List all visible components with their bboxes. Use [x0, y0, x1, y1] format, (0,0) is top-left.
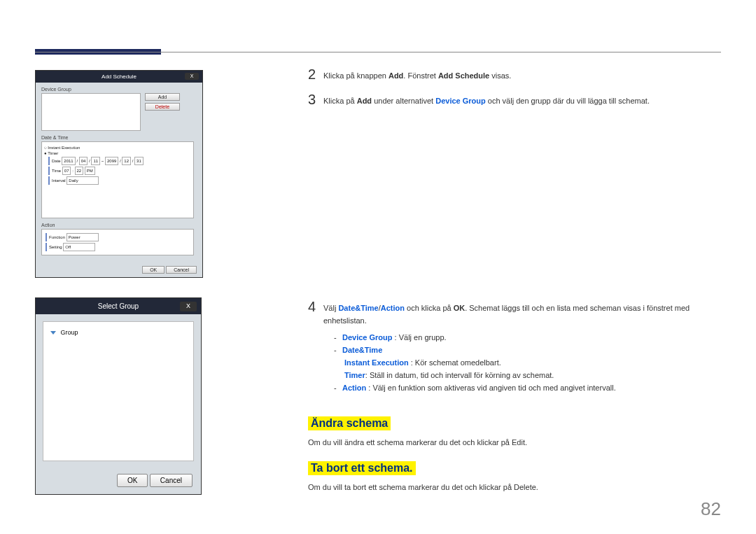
time-field[interactable]: 22	[75, 167, 84, 175]
function-select[interactable]: Power	[66, 233, 99, 241]
date-field[interactable]: 2099	[105, 157, 118, 165]
date-field[interactable]: 12	[122, 157, 131, 165]
header-rule	[35, 52, 721, 52]
step-3: 3 Klicka på Add under alternativet Devic…	[308, 92, 718, 107]
action-label: Action	[41, 223, 197, 227]
heading-edit-schema: Ändra schema	[308, 416, 391, 430]
cancel-button[interactable]: Cancel	[166, 266, 197, 274]
step-2: 2 Klicka på knappen Add. Fönstret Add Sc…	[308, 66, 718, 82]
step-text: Välj Date&Time/Action och klicka på OK. …	[323, 299, 718, 394]
select-group-dialog: Select Group X Group OK Cancel	[35, 297, 202, 495]
step-text: Klicka på knappen Add. Fönstret Add Sche…	[323, 66, 511, 82]
page-number: 82	[701, 498, 721, 520]
dialog-title: Select Group	[98, 302, 139, 310]
date-field[interactable]: 31	[134, 157, 144, 165]
group-item[interactable]: Group	[50, 329, 186, 336]
datetime-panel: ○ Instant Execution ● Timer Date 2011 / …	[41, 141, 194, 218]
ampm-field[interactable]: PM	[85, 167, 95, 175]
heading-delete-schema: Ta bort ett schema.	[308, 461, 416, 475]
dialog-title-bar: Add Schedule X	[36, 71, 202, 83]
ok-button[interactable]: OK	[142, 266, 164, 274]
cancel-button[interactable]: Cancel	[150, 474, 192, 487]
setting-select[interactable]: Off	[63, 243, 95, 251]
delete-button[interactable]: Delete	[145, 103, 180, 111]
action-panel: Function Power Setting Off	[41, 229, 194, 255]
dialog-title: Add Schedule	[102, 73, 136, 80]
interval-select[interactable]: Daily	[66, 176, 99, 185]
close-button[interactable]: X	[180, 302, 197, 311]
step-number: 4	[308, 299, 323, 314]
step-number: 3	[308, 92, 323, 107]
date-field[interactable]: 11	[91, 157, 100, 165]
close-button[interactable]: X	[185, 73, 199, 80]
paragraph: Om du vill ändra ett schema markerar du …	[308, 436, 718, 449]
add-button[interactable]: Add	[145, 93, 180, 101]
group-list[interactable]: Group	[43, 321, 194, 461]
time-field[interactable]: 07	[62, 167, 71, 175]
step-4: 4 Välj Date&Time/Action och klicka på OK…	[308, 299, 718, 394]
device-group-label: Device Group	[41, 87, 197, 92]
expand-icon[interactable]	[50, 331, 56, 335]
right-column: 2 Klicka på knappen Add. Fönstret Add Sc…	[308, 66, 718, 493]
dialog-title-bar: Select Group X	[36, 298, 201, 314]
datetime-label: Date & Time	[41, 135, 197, 140]
ok-button[interactable]: OK	[117, 474, 148, 487]
step-text: Klicka på Add under alternativet Device …	[323, 92, 650, 107]
device-group-list[interactable]	[41, 93, 141, 131]
paragraph: Om du vill ta bort ett schema markerar d…	[308, 481, 718, 493]
date-field[interactable]: 2011	[62, 157, 75, 165]
add-schedule-dialog: Add Schedule X Device Group Add Delete D…	[35, 70, 203, 278]
date-field[interactable]: 04	[79, 157, 88, 165]
step-number: 2	[308, 66, 323, 82]
left-column: Add Schedule X Device Group Add Delete D…	[35, 70, 202, 495]
